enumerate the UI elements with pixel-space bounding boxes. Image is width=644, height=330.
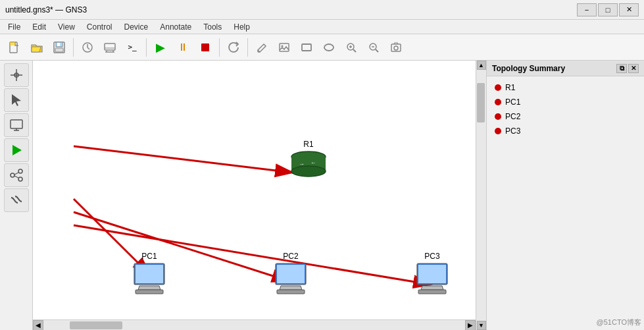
screenshot-button[interactable] [385, 38, 407, 57]
svg-rect-56 [277, 265, 305, 283]
pc1-label: PC1 [130, 252, 168, 261]
toolbar-separator-2 [146, 38, 147, 57]
topology-title: Topology Summary [492, 64, 565, 73]
save-button[interactable] [49, 38, 70, 57]
play-device-button[interactable] [4, 138, 29, 162]
vscroll-track[interactable] [476, 70, 486, 321]
new-button[interactable] [4, 38, 25, 57]
svg-marker-31 [12, 94, 21, 106]
rectangle-button[interactable] [296, 38, 317, 57]
menu-control[interactable]: Control [82, 21, 118, 33]
window-controls: − □ ✕ [577, 3, 639, 16]
topology-item-pc1[interactable]: PC1 [492, 96, 639, 108]
pc2[interactable]: PC2 [272, 252, 310, 297]
devices-button[interactable] [99, 38, 120, 57]
svg-text:→: → [299, 161, 305, 167]
r1-topology-label: R1 [505, 83, 515, 92]
left-sidebar [0, 61, 33, 330]
panel-controls: ⧉ ✕ [616, 64, 639, 73]
svg-line-39 [14, 173, 18, 175]
zoom-out-button[interactable] [363, 38, 384, 57]
svg-marker-53 [138, 286, 161, 290]
toolbar-separator-3 [219, 38, 220, 57]
svg-rect-15 [280, 43, 289, 51]
toolbar-separator-4 [247, 38, 248, 57]
svg-rect-4 [57, 43, 60, 46]
select-button[interactable] [4, 88, 29, 112]
svg-text:←: ← [310, 159, 316, 166]
pc2-topology-label: PC2 [505, 112, 520, 121]
svg-rect-7 [105, 43, 115, 50]
restore-button[interactable]: □ [598, 3, 618, 16]
zoom-in-button[interactable] [341, 38, 362, 57]
svg-marker-61 [421, 286, 443, 290]
panel-close-button[interactable]: ✕ [628, 64, 639, 73]
router-r1-icon: → ← [289, 150, 328, 179]
router-r1[interactable]: R1 → ← [289, 140, 328, 181]
terminal-button[interactable]: >_ [122, 38, 143, 57]
svg-line-20 [353, 49, 356, 52]
topology-item-pc2[interactable]: PC2 [492, 111, 639, 123]
menu-device[interactable]: Device [119, 21, 154, 33]
right-panel-container: ▲ ▼ Topology Summary ⧉ ✕ R1 [476, 61, 644, 330]
image-button[interactable] [274, 38, 295, 57]
topology-item-pc3[interactable]: PC3 [492, 125, 639, 137]
pc3[interactable]: PC3 [413, 252, 451, 297]
navigate-button[interactable] [4, 63, 29, 87]
menu-view[interactable]: View [53, 21, 80, 33]
close-button[interactable]: ✕ [619, 3, 639, 16]
svg-rect-60 [418, 265, 446, 283]
scrollbar-track[interactable] [43, 320, 465, 330]
pc3-status-dot [495, 128, 501, 134]
scrollbar-thumb[interactable] [70, 321, 122, 329]
svg-point-27 [394, 46, 398, 50]
svg-marker-35 [12, 145, 22, 155]
open-button[interactable] [26, 38, 47, 57]
scroll-right-button[interactable]: ▶ [465, 320, 476, 331]
network-button[interactable] [4, 163, 29, 187]
panel-float-button[interactable]: ⧉ [616, 64, 627, 73]
ellipse-button[interactable] [318, 38, 339, 57]
monitor-button[interactable] [4, 113, 29, 137]
horizontal-scrollbar[interactable]: ◀ ▶ [33, 319, 476, 330]
svg-rect-62 [418, 290, 446, 294]
pc3-label: PC3 [413, 252, 451, 261]
vscroll-thumb[interactable] [477, 83, 485, 123]
watermark: @51CTO博客 [597, 317, 641, 327]
scroll-down-button[interactable]: ▼ [477, 321, 486, 330]
scroll-left-button[interactable]: ◀ [33, 320, 43, 331]
pc2-status-dot [495, 113, 501, 120]
edit-tool-button[interactable] [251, 38, 272, 57]
svg-point-18 [324, 44, 334, 51]
pc1[interactable]: PC1 [130, 252, 168, 297]
menu-edit[interactable]: Edit [27, 21, 51, 33]
svg-point-37 [18, 169, 22, 173]
svg-rect-54 [136, 290, 163, 294]
reload-button[interactable] [223, 38, 244, 57]
svg-rect-58 [277, 290, 305, 294]
menu-tools[interactable]: Tools [198, 21, 227, 33]
history-button[interactable] [77, 38, 98, 57]
topology-panel: Topology Summary ⧉ ✕ R1 PC1 PC2 [486, 61, 644, 330]
play-button[interactable]: ▶ [150, 38, 171, 57]
svg-line-42 [74, 146, 293, 173]
minimize-button[interactable]: − [577, 3, 597, 16]
pc1-topology-label: PC1 [505, 97, 520, 107]
pause-button[interactable]: ⏸ [172, 38, 193, 57]
svg-point-36 [11, 173, 14, 177]
pc1-icon [130, 262, 168, 295]
vertical-scrollbar[interactable]: ▲ ▼ [476, 61, 486, 330]
canvas-area[interactable]: R1 → ← PC1 PC2 [33, 61, 476, 330]
stop-button[interactable] [195, 38, 216, 57]
menu-file[interactable]: File [3, 21, 26, 33]
toolbar: >_ ▶ ⏸ [0, 34, 644, 61]
scroll-up-button[interactable]: ▲ [477, 61, 486, 70]
menu-annotate[interactable]: Annotate [155, 21, 197, 33]
menu-help[interactable]: Help [228, 21, 255, 33]
cables-button[interactable] [4, 188, 29, 212]
r1-label: R1 [289, 140, 328, 149]
main-layout: R1 → ← PC1 PC2 [0, 61, 644, 330]
topology-item-r1[interactable]: R1 [492, 82, 639, 94]
pc1-status-dot [495, 99, 501, 105]
pc3-topology-label: PC3 [505, 126, 520, 136]
